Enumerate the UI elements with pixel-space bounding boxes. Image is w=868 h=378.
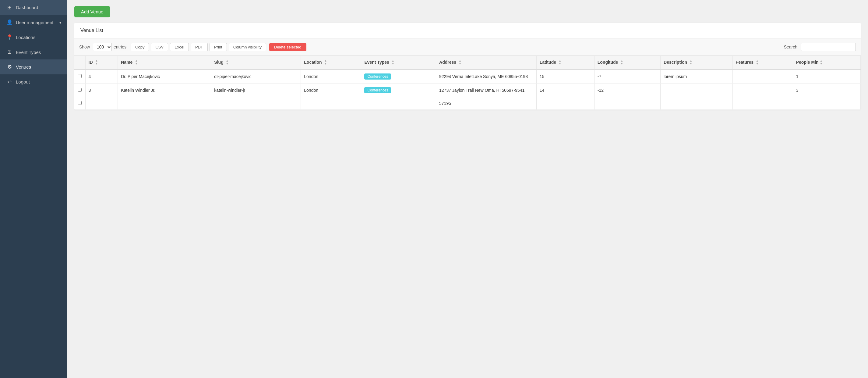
card-title: Venue List [74, 23, 861, 38]
cell-longitude [594, 97, 660, 110]
sidebar-item-venues[interactable]: ⚙ Venues [0, 59, 67, 75]
cell-description: lorem ipsum [660, 69, 733, 84]
row-checkbox[interactable] [78, 74, 82, 78]
sidebar-item-logout[interactable]: ↩ Logout [0, 75, 67, 89]
header-features[interactable]: Features ▲▼ [733, 56, 793, 69]
dashboard-icon: ⊞ [6, 4, 13, 11]
table-toolbar: Show 100 50 25 10 entries Copy CSV Excel… [74, 38, 861, 56]
cell-location [301, 97, 361, 110]
header-slug[interactable]: Slug ▲▼ [211, 56, 301, 69]
cell-name [118, 97, 211, 110]
sidebar-item-label: Dashboard [16, 5, 38, 10]
header-name[interactable]: Name ▲▼ [118, 56, 211, 69]
cell-longitude: -7 [594, 69, 660, 84]
sidebar: ⊞ Dashboard 👤 User management ◂ 📍 Locati… [0, 0, 67, 378]
header-longitude[interactable]: Longitude ▲▼ [594, 56, 660, 69]
row-checkbox-cell [74, 83, 85, 97]
row-checkbox[interactable] [78, 101, 82, 105]
search-area: Search: [784, 43, 856, 51]
cell-description [660, 97, 733, 110]
sidebar-item-locations[interactable]: 📍 Locations [0, 30, 67, 45]
column-visibility-button[interactable]: Column visibility [229, 43, 266, 51]
sidebar-item-label: Logout [16, 79, 30, 84]
cell-longitude: -12 [594, 83, 660, 97]
venues-table: ID ▲▼ Name ▲▼ Slug ▲▼ Location ▲▼ Event … [74, 56, 861, 110]
cell-people-min [793, 97, 860, 110]
pdf-button[interactable]: PDF [191, 43, 208, 51]
cell-location: London [301, 69, 361, 84]
show-entries-select[interactable]: 100 50 25 10 [93, 43, 112, 51]
cell-address: 92294 Verna InletLake Sonya, ME 60855-01… [436, 69, 537, 84]
sidebar-item-label: Event Types [16, 50, 41, 55]
cell-id [85, 97, 118, 110]
table-header-row: ID ▲▼ Name ▲▼ Slug ▲▼ Location ▲▼ Event … [74, 56, 861, 69]
sort-icon-address: ▲▼ [459, 59, 461, 65]
cell-name: Dr. Piper Macejkovic [118, 69, 211, 84]
cell-event-types: Conferences [361, 69, 436, 84]
header-latitude[interactable]: Latitude ▲▼ [536, 56, 594, 69]
table-wrapper: ID ▲▼ Name ▲▼ Slug ▲▼ Location ▲▼ Event … [74, 56, 861, 110]
entries-label: entries [114, 45, 126, 49]
cell-features [733, 97, 793, 110]
cell-slug: katelin-windler-jr [211, 83, 301, 97]
excel-button[interactable]: Excel [170, 43, 189, 51]
chevron-left-icon: ◂ [59, 21, 61, 25]
user-management-icon: 👤 [6, 19, 13, 26]
search-label: Search: [784, 45, 799, 49]
sort-icon-name: ▲▼ [135, 59, 138, 65]
event-types-icon: 🗓 [6, 49, 13, 55]
logout-icon: ↩ [6, 79, 13, 85]
cell-people-min: 1 [793, 69, 860, 84]
cell-latitude: 15 [536, 69, 594, 84]
header-description[interactable]: Description ▲▼ [660, 56, 733, 69]
event-type-tag: Conferences [364, 87, 391, 93]
sort-icon-description: ▲▼ [689, 59, 692, 65]
cell-slug [211, 97, 301, 110]
cell-address: 12737 Jaylon Trail New Oma, HI 50597-954… [436, 83, 537, 97]
cell-id: 3 [85, 83, 118, 97]
sort-icon-longitude: ▲▼ [620, 59, 623, 65]
sort-icon-people-min: ▲▼ [820, 59, 823, 65]
sidebar-item-user-management[interactable]: 👤 User management ◂ [0, 15, 67, 30]
cell-event-types: Conferences [361, 83, 436, 97]
row-checkbox-cell [74, 97, 85, 110]
sidebar-item-event-types[interactable]: 🗓 Event Types [0, 45, 67, 59]
cell-id: 4 [85, 69, 118, 84]
cell-event-types [361, 97, 436, 110]
row-checkbox-cell [74, 69, 85, 84]
table-row: 4Dr. Piper Macejkovicdr-piper-macejkovic… [74, 69, 861, 84]
cell-description [660, 83, 733, 97]
sort-icon-latitude: ▲▼ [559, 59, 561, 65]
show-label: Show [79, 45, 90, 49]
venues-icon: ⚙ [6, 64, 13, 70]
cell-slug: dr-piper-macejkovic [211, 69, 301, 84]
copy-button[interactable]: Copy [131, 43, 149, 51]
header-id[interactable]: ID ▲▼ [85, 56, 118, 69]
header-checkbox [74, 56, 85, 69]
delete-selected-button[interactable]: Delete selected [269, 43, 306, 51]
sidebar-item-label: User management [16, 20, 53, 25]
sort-icon-id: ▲▼ [95, 59, 98, 65]
cell-latitude: 14 [536, 83, 594, 97]
sidebar-item-dashboard[interactable]: ⊞ Dashboard [0, 0, 67, 15]
cell-name: Katelin Windler Jr. [118, 83, 211, 97]
sort-icon-features: ▲▼ [756, 59, 759, 65]
table-row: 3Katelin Windler Jr.katelin-windler-jrLo… [74, 83, 861, 97]
cell-address: 57195 [436, 97, 537, 110]
print-button[interactable]: Print [210, 43, 227, 51]
cell-features [733, 69, 793, 84]
table-row: 57195 [74, 97, 861, 110]
cell-latitude [536, 97, 594, 110]
csv-button[interactable]: CSV [151, 43, 168, 51]
search-input[interactable] [801, 43, 856, 51]
sort-icon-slug: ▲▼ [226, 59, 229, 65]
cell-features [733, 83, 793, 97]
header-address[interactable]: Address ▲▼ [436, 56, 537, 69]
row-checkbox[interactable] [78, 88, 82, 92]
header-location[interactable]: Location ▲▼ [301, 56, 361, 69]
header-people-min[interactable]: People Min▲▼ [793, 56, 860, 69]
cell-location: London [301, 83, 361, 97]
venue-list-card: Venue List Show 100 50 25 10 entries Cop… [74, 23, 861, 110]
add-venue-button[interactable]: Add Venue [74, 6, 110, 18]
header-event-types[interactable]: Event Types ▲▼ [361, 56, 436, 69]
